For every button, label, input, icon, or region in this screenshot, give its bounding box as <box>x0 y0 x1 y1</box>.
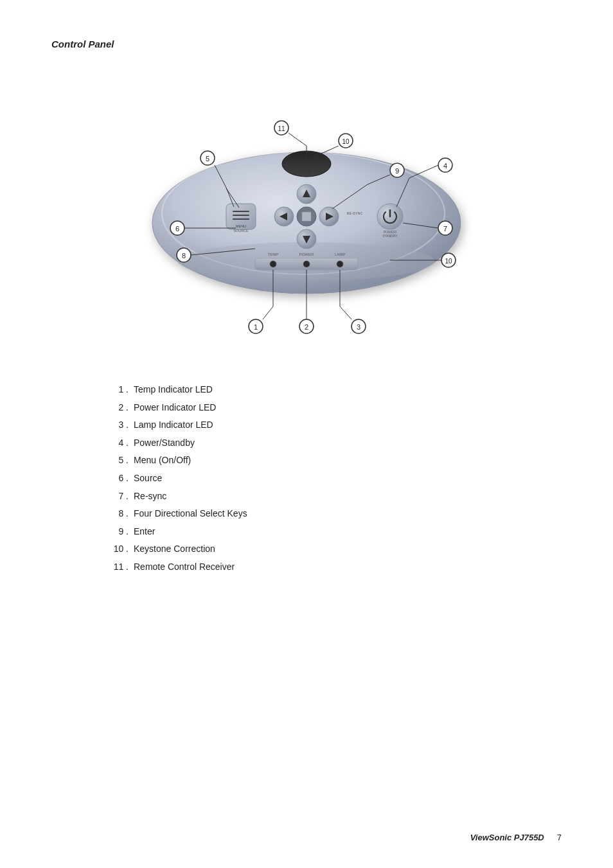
svg-text:STANDBY: STANDBY <box>382 234 398 238</box>
svg-text:6: 6 <box>175 225 179 233</box>
svg-text:3: 3 <box>357 323 360 331</box>
svg-text:2: 2 <box>305 323 308 331</box>
item-label: Re-sync <box>134 490 166 503</box>
item-number: 10 . <box>103 543 129 556</box>
diagram-area: TEMP POWER LAMP MENU SOURCE <box>114 69 499 371</box>
svg-line-40 <box>340 306 351 319</box>
item-label: Keystone Correction <box>134 543 215 556</box>
list-item: 7 .Re-sync <box>103 490 562 503</box>
item-number: 8 . <box>103 508 129 520</box>
list-item: 6 .Source <box>103 472 562 485</box>
item-label: Power Indicator LED <box>134 402 216 414</box>
section-title: Control Panel <box>51 39 562 49</box>
list-item: 1 .Temp Indicator LED <box>103 384 562 396</box>
svg-text:7: 7 <box>443 225 447 233</box>
item-number: 11 . <box>103 561 129 574</box>
svg-text:9: 9 <box>395 167 399 175</box>
svg-line-44 <box>409 165 438 178</box>
svg-line-32 <box>263 306 273 319</box>
list-item: 2 .Power Indicator LED <box>103 402 562 414</box>
list-item: 8 .Four Directional Select Keys <box>103 508 562 520</box>
item-number: 6 . <box>103 472 129 485</box>
item-label: Menu (On/Off) <box>134 454 191 467</box>
svg-text:1: 1 <box>254 323 258 331</box>
svg-rect-26 <box>302 212 311 221</box>
item-label: Source <box>134 472 162 485</box>
item-number: 9 . <box>103 526 129 538</box>
svg-text:LAMP: LAMP <box>335 252 345 256</box>
list-item: 5 .Menu (On/Off) <box>103 454 562 467</box>
list-item: 11 .Remote Control Receiver <box>103 561 562 574</box>
svg-text:8: 8 <box>182 252 186 260</box>
svg-point-5 <box>270 261 276 267</box>
svg-text:4: 4 <box>443 162 447 170</box>
footer-brand: ViewSonic PJ755D <box>470 833 544 842</box>
item-number: 7 . <box>103 490 129 503</box>
svg-point-6 <box>303 261 310 267</box>
item-number: 2 . <box>103 402 129 414</box>
svg-text:MENU: MENU <box>236 224 246 228</box>
item-number: 1 . <box>103 384 129 396</box>
parts-list-container: 1 .Temp Indicator LED2 .Power Indicator … <box>103 384 562 574</box>
svg-text:RE-SYNC: RE-SYNC <box>347 211 363 215</box>
svg-text:POWER: POWER <box>299 252 314 256</box>
item-label: Power/Standby <box>134 437 195 450</box>
item-number: 5 . <box>103 454 129 467</box>
item-label: Remote Control Receiver <box>134 561 235 574</box>
list-item: 3 .Lamp Indicator LED <box>103 419 562 432</box>
item-number: 3 . <box>103 419 129 432</box>
list-item: 9 .Enter <box>103 526 562 538</box>
page: Control Panel <box>0 0 613 868</box>
list-item: 10 .Keystone Correction <box>103 543 562 556</box>
footer-page: 7 <box>557 833 562 842</box>
svg-line-72 <box>289 133 306 146</box>
svg-text:TEMP: TEMP <box>268 252 279 256</box>
item-number: 4 . <box>103 437 129 450</box>
item-label: Temp Indicator LED <box>134 384 213 396</box>
list-item: 4 .Power/Standby <box>103 437 562 450</box>
item-label: Enter <box>134 526 155 538</box>
item-label: Lamp Indicator LED <box>134 419 213 432</box>
svg-text:11: 11 <box>278 125 285 132</box>
footer: ViewSonic PJ755D 7 <box>470 833 562 842</box>
svg-point-7 <box>337 261 343 267</box>
svg-text:SOURCE: SOURCE <box>233 229 249 233</box>
item-label: Four Directional Select Keys <box>134 508 247 520</box>
svg-text:10: 10 <box>445 258 452 265</box>
svg-text:10: 10 <box>342 138 350 145</box>
svg-text:5: 5 <box>206 155 209 163</box>
